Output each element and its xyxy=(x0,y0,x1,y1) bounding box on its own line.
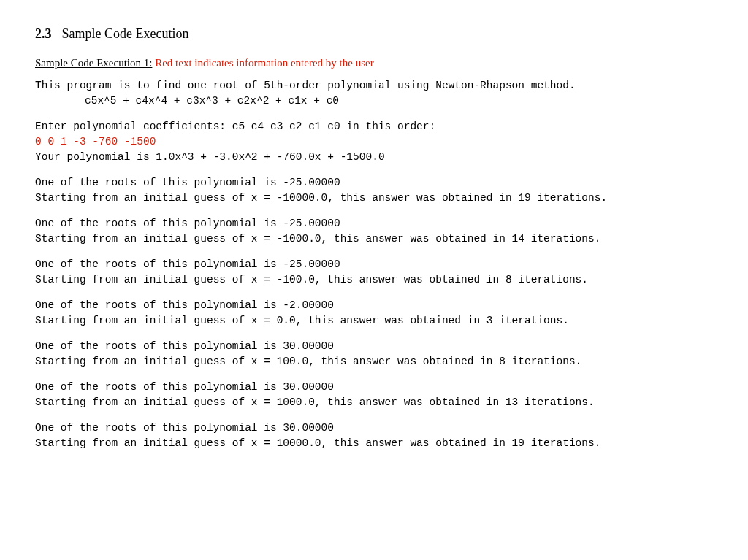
result-block: One of the roots of this polynomial is -… xyxy=(35,257,713,288)
root-line: One of the roots of this polynomial is -… xyxy=(35,175,713,191)
root-line: One of the roots of this polynomial is 3… xyxy=(35,380,713,395)
root-line: One of the roots of this polynomial is 3… xyxy=(35,421,713,436)
result-block: One of the roots of this polynomial is 3… xyxy=(35,339,713,369)
result-block: One of the roots of this polynomial is -… xyxy=(35,175,713,206)
result-block: One of the roots of this polynomial is -… xyxy=(35,298,713,329)
section-heading: 2.3Sample Code Execution xyxy=(35,25,713,42)
iteration-line: Starting from an initial guess of x = -1… xyxy=(35,231,713,247)
root-line: One of the roots of this polynomial is 3… xyxy=(35,339,713,354)
section-title: Sample Code Execution xyxy=(62,26,189,41)
root-line: One of the roots of this polynomial is -… xyxy=(35,298,713,313)
result-block: One of the roots of this polynomial is 3… xyxy=(35,421,713,451)
section-number: 2.3 xyxy=(35,26,52,41)
result-block: One of the roots of this polynomial is 3… xyxy=(35,380,713,410)
iteration-line: Starting from an initial guess of x = 0.… xyxy=(35,313,713,329)
program-intro-line: This program is to find one root of 5th-… xyxy=(35,78,713,93)
result-block: One of the roots of this polynomial is -… xyxy=(35,216,713,247)
root-line: One of the roots of this polynomial is -… xyxy=(35,257,713,272)
iteration-line: Starting from an initial guess of x = -1… xyxy=(35,191,713,206)
polynomial-template: c5x^5 + c4x^4 + c3x^3 + c2x^2 + c1x + c0 xyxy=(85,93,713,109)
polynomial-echo: Your polynomial is 1.0x^3 + -3.0x^2 + -7… xyxy=(35,150,713,165)
iteration-line: Starting from an initial guess of x = 10… xyxy=(35,354,713,369)
user-entered-coefficients: 0 0 1 -3 -760 -1500 xyxy=(35,134,713,150)
execution-subheading: Sample Code Execution 1: Red text indica… xyxy=(35,55,713,70)
coefficient-prompt: Enter polynomial coefficients: c5 c4 c3 … xyxy=(35,119,713,134)
iteration-line: Starting from an initial guess of x = 10… xyxy=(35,395,713,410)
iteration-line: Starting from an initial guess of x = -1… xyxy=(35,272,713,288)
execution-label: Sample Code Execution 1: xyxy=(35,57,152,69)
iteration-line: Starting from an initial guess of x = 10… xyxy=(35,436,713,451)
user-input-note: Red text indicates information entered b… xyxy=(155,57,374,69)
root-line: One of the roots of this polynomial is -… xyxy=(35,216,713,231)
